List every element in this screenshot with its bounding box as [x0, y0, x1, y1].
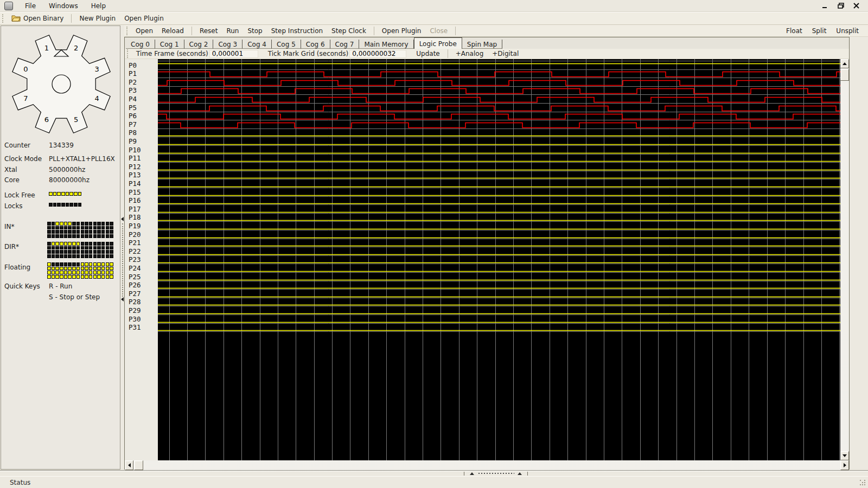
tab-cog-6[interactable]: Cog 6 [301, 40, 330, 49]
collapse-left-icon[interactable] [121, 297, 124, 301]
vertical-scroll-thumb[interactable] [840, 69, 849, 81]
toolbar-separator [455, 27, 456, 35]
tab-spin-map[interactable]: Spin Map [462, 40, 502, 49]
splitter-handle[interactable] [464, 472, 528, 476]
button-label: Step Clock [331, 27, 366, 35]
run-button[interactable]: Run [222, 26, 243, 36]
close-window-button[interactable] [853, 3, 860, 9]
tab-cog-0[interactable]: Cog 0 [126, 40, 155, 49]
pin-cell [76, 242, 80, 246]
pin-cell [72, 246, 76, 250]
reload-button[interactable]: Reload [157, 26, 188, 36]
pin-cell [89, 271, 93, 274]
pin-cell [55, 271, 59, 274]
tab-cog-4[interactable]: Cog 4 [242, 40, 272, 49]
open-plugin-button[interactable]: Open Plugin [378, 26, 426, 36]
pin-cell [55, 262, 59, 266]
menu-file[interactable]: File [18, 1, 42, 11]
float-button[interactable]: Float [781, 27, 807, 35]
scroll-down-button[interactable] [840, 451, 849, 460]
restore-window-button[interactable] [838, 3, 845, 9]
resize-grip-icon[interactable] [860, 480, 866, 486]
pin-cell [55, 254, 59, 258]
collapse-up-icon[interactable] [470, 472, 474, 475]
split-button[interactable]: Split [807, 27, 832, 35]
pin-grid-floating [47, 262, 113, 279]
collapse-left-icon[interactable] [121, 217, 124, 221]
pin-cell [52, 250, 55, 254]
reset-button[interactable]: Reset [195, 26, 222, 36]
unsplit-button[interactable]: Unsplit [831, 27, 864, 35]
pin-cell [68, 234, 72, 238]
pin-cell [110, 230, 113, 234]
step-clock-button[interactable]: Step Clock [327, 26, 371, 36]
pin-cell [52, 267, 55, 271]
time-frame-input[interactable] [209, 50, 258, 58]
pin-cell [68, 250, 72, 254]
window-controls [822, 3, 868, 9]
add-digital-button[interactable]: +Digital [488, 49, 523, 58]
scroll-up-button[interactable] [840, 59, 849, 68]
horizontal-splitter[interactable] [0, 470, 868, 476]
menu-help[interactable]: Help [85, 1, 112, 11]
vertical-scrollbar[interactable] [840, 59, 849, 460]
step-instruction-button[interactable]: Step Instruction [267, 26, 327, 36]
pin-cell [68, 230, 72, 234]
pin-cell [97, 226, 101, 230]
new-plugin-button[interactable]: New Plugin [75, 14, 120, 23]
pin-cell [52, 275, 55, 279]
open-button[interactable]: Open [131, 26, 157, 36]
pin-cell [72, 226, 76, 230]
add-analog-button[interactable]: +Analog [451, 49, 488, 58]
tab-cog-7[interactable]: Cog 7 [330, 40, 360, 49]
horizontal-scrollbar[interactable] [125, 460, 849, 470]
tab-cog-2[interactable]: Cog 2 [184, 40, 214, 49]
pin-cell [106, 222, 110, 226]
pin-cell [64, 234, 68, 238]
button-label: Open Plugin [382, 27, 422, 35]
update-button[interactable]: Update [412, 49, 444, 58]
pin-cell [52, 242, 55, 246]
led-cell [78, 192, 82, 196]
button-label: Reload [162, 27, 184, 35]
collapse-up-icon[interactable] [518, 472, 522, 475]
scroll-right-button[interactable] [840, 460, 849, 470]
tab-logic-probe[interactable]: Logic Probe [414, 37, 462, 49]
toolbar-grip[interactable] [126, 27, 128, 35]
stop-button[interactable]: Stop [243, 26, 266, 36]
down-arrow-icon [843, 454, 847, 457]
horizontal-scroll-thumb[interactable] [134, 460, 143, 470]
logic-probe-toolbar: Time Frame (seconds) Tick Mark Grid (sec… [125, 49, 849, 59]
open-binary-button[interactable]: Open Binary [7, 13, 68, 24]
signal-label-p12: P12 [129, 163, 157, 171]
pin-cell [72, 250, 76, 254]
signal-label-p24: P24 [129, 264, 157, 273]
pin-cell [76, 271, 80, 274]
open-plugin-button[interactable]: Open Plugin [120, 14, 168, 23]
tab-cog-3[interactable]: Cog 3 [213, 40, 242, 49]
hub-field-label: Core [4, 176, 20, 184]
toolbar-grip[interactable] [2, 14, 4, 23]
cog-number-label: 1 [44, 44, 49, 52]
scroll-left-button[interactable] [125, 460, 133, 470]
toolbar-grip[interactable] [127, 49, 129, 58]
signal-label-p9: P9 [129, 137, 157, 146]
pin-grid-in [47, 222, 113, 238]
splitter-dots [122, 223, 123, 297]
tab-cog-5[interactable]: Cog 5 [272, 40, 301, 49]
menu-windows[interactable]: Windows [42, 1, 85, 11]
signal-label-p5: P5 [129, 104, 157, 112]
led-cell [61, 203, 65, 207]
tab-main-memory[interactable]: Main Memory [359, 40, 413, 49]
pin-cell [110, 254, 113, 258]
minimize-window-button[interactable] [822, 3, 829, 9]
pin-cell [101, 230, 105, 234]
signal-label-p16: P16 [129, 196, 157, 205]
tab-cog-1[interactable]: Cog 1 [155, 40, 184, 49]
panel-vertical-splitter[interactable] [120, 25, 124, 470]
pin-cell [89, 262, 93, 266]
pin-cell [55, 234, 59, 238]
pin-cell [101, 271, 105, 274]
tick-grid-input[interactable] [349, 50, 406, 58]
pin-cell [93, 230, 97, 234]
